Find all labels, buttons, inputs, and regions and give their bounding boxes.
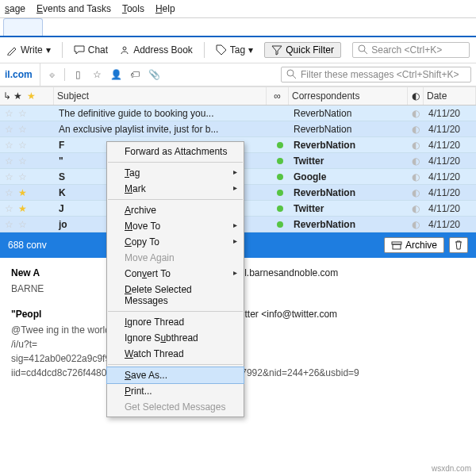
menu-item-archive[interactable]: Archive: [107, 202, 244, 218]
tag-icon: [216, 44, 227, 56]
menu-item-mark[interactable]: Mark: [107, 181, 244, 197]
chat-icon: [74, 44, 85, 56]
chat-button[interactable]: Chat: [74, 44, 108, 56]
message-row[interactable]: ☆ ☆The definitive guide to booking you..…: [0, 106, 476, 121]
menu-item-save-as-[interactable]: Save As...: [107, 367, 244, 383]
menu-item-tag[interactable]: Tag: [107, 165, 244, 181]
menu-help[interactable]: Help: [155, 3, 175, 14]
menu-sage[interactable]: sage: [5, 3, 25, 14]
svg-point-0: [123, 47, 126, 50]
svg-point-1: [359, 45, 365, 52]
pin-icon[interactable]: ⟐: [45, 69, 58, 80]
menu-item-get-selected-messages: Get Selected Messages: [107, 399, 244, 415]
menu-item-watch-thread[interactable]: Watch Thread: [107, 346, 244, 362]
tab-strip: [0, 18, 476, 37]
quick-filter-bar: ⟐ ▯ ☆ 👤 🏷 📎 Filter these messages <Ctrl+…: [40, 63, 476, 86]
menu-events-and-tasks[interactable]: Events and Tasks: [36, 3, 111, 14]
menu-item-ignore-subthread[interactable]: Ignore Subthread: [107, 330, 244, 346]
menu-item-move-to[interactable]: Move To: [107, 218, 244, 234]
search-icon: [358, 44, 369, 56]
menu-item-delete-selected-messages[interactable]: Delete Selected Messages: [107, 282, 244, 309]
menu-item-move-again: Move Again: [107, 250, 244, 266]
svg-point-2: [287, 70, 294, 76]
filter-messages-input[interactable]: Filter these messages <Ctrl+Shift+K>: [281, 67, 471, 83]
quick-filter-button[interactable]: Quick Filter: [264, 42, 341, 58]
menu-item-convert-to[interactable]: Convert To: [107, 266, 244, 282]
menubar[interactable]: sageEvents and TasksToolsHelp: [0, 0, 476, 18]
folder-name[interactable]: il.com: [0, 64, 40, 85]
unread-filter-icon[interactable]: ▯: [71, 69, 84, 80]
tag-filter-icon[interactable]: 🏷: [129, 69, 141, 80]
tab-active[interactable]: [3, 18, 43, 36]
trash-icon: [453, 240, 464, 251]
folder-header: il.com ⟐ ▯ ☆ 👤 🏷 📎 Filter these messages…: [0, 63, 476, 86]
message-row[interactable]: ☆ ☆An exclusive playlist invite, just fo…: [0, 121, 476, 137]
menu-item-forward-as-attachments[interactable]: Forward as Attachments: [107, 144, 244, 159]
main-toolbar: Write ▾ Chat Address Book Tag ▾ Quick Fi…: [0, 37, 476, 63]
menu-item-copy-to[interactable]: Copy To: [107, 234, 244, 250]
column-headers[interactable]: ↳ ★ ★ Subject ∞ Correspondents ◐ Date: [0, 86, 476, 106]
pencil-icon: [6, 44, 17, 56]
search-input[interactable]: Search <Ctrl+K>: [352, 42, 470, 58]
context-menu[interactable]: Forward as AttachmentsTagMarkArchiveMove…: [106, 141, 244, 417]
archive-icon: [391, 240, 402, 251]
menu-item-print-[interactable]: Print...: [107, 383, 244, 399]
star-filter-icon[interactable]: ☆: [90, 69, 103, 80]
conversation-count: 688 conv: [8, 240, 47, 251]
search-icon: [286, 69, 298, 80]
tag-button[interactable]: Tag ▾: [216, 44, 253, 56]
archive-button[interactable]: Archive: [384, 237, 444, 253]
menu-item-ignore-thread[interactable]: Ignore Thread: [107, 314, 244, 330]
address-book-button[interactable]: Address Book: [119, 44, 193, 56]
address-book-icon: [119, 44, 130, 56]
attachment-filter-icon[interactable]: 📎: [148, 69, 160, 80]
delete-button[interactable]: [449, 237, 468, 253]
write-button[interactable]: Write ▾: [6, 44, 51, 56]
menu-tools[interactable]: Tools: [122, 3, 144, 14]
watermark: wsxdn.com: [432, 464, 471, 473]
contact-filter-icon[interactable]: 👤: [109, 69, 122, 80]
svg-rect-4: [393, 244, 401, 249]
filter-icon: [271, 44, 282, 56]
